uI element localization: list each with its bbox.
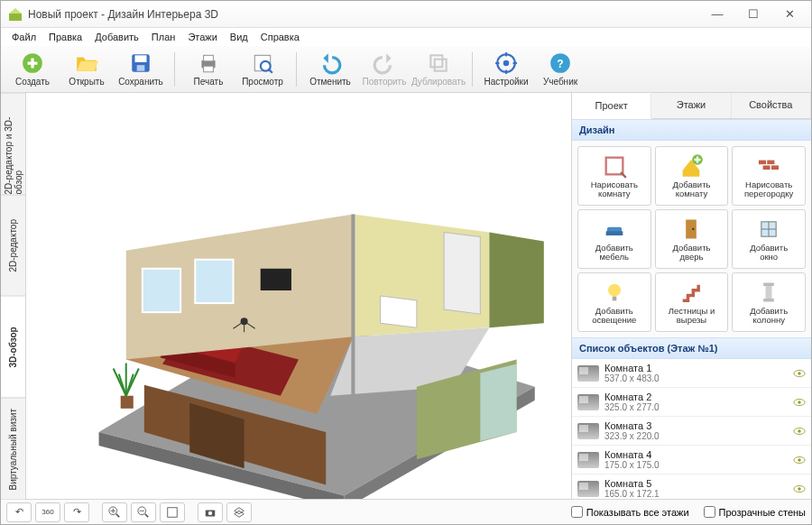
- menu-help[interactable]: Справка: [255, 30, 305, 44]
- draw-wall-button[interactable]: Нарисовать перегородку: [732, 146, 806, 206]
- maximize-button[interactable]: ☐: [735, 2, 771, 27]
- preview-button[interactable]: Просмотр: [236, 48, 289, 91]
- tab-floors[interactable]: Этажи: [651, 93, 731, 118]
- undo-button[interactable]: Отменить: [304, 48, 356, 91]
- stairs-icon: [678, 280, 704, 305]
- vtab-3d[interactable]: 3D-обзор: [1, 296, 25, 398]
- add-light-button[interactable]: Добавить освещение: [577, 272, 651, 332]
- open-button[interactable]: Открыть: [60, 48, 113, 91]
- statusbar: ↶ 360 ↷ Показывать все этажи Прозрачные …: [1, 499, 811, 524]
- close-button[interactable]: ✕: [771, 2, 807, 27]
- svg-marker-43: [489, 233, 543, 328]
- new-icon: [21, 51, 44, 75]
- svg-rect-53: [605, 157, 623, 174]
- menu-file[interactable]: Файл: [6, 30, 42, 44]
- print-button[interactable]: Печать: [182, 48, 235, 91]
- svg-rect-4: [135, 55, 147, 62]
- duplicate-button[interactable]: Дублировать: [412, 48, 465, 91]
- object-list[interactable]: Комната 1537.0 x 483.0 Комната 2325.0 x …: [572, 359, 811, 499]
- help-button[interactable]: ?Учебник: [534, 48, 586, 91]
- app-icon: [8, 7, 23, 22]
- camera-button[interactable]: [198, 502, 223, 522]
- list-item[interactable]: Комната 3323.9 x 220.0: [572, 417, 811, 446]
- furniture-icon: [602, 216, 627, 242]
- tab-properties[interactable]: Свойства: [732, 93, 811, 118]
- undo-icon: [318, 51, 342, 75]
- visibility-icon[interactable]: [793, 398, 806, 407]
- draw-room-icon: [602, 153, 627, 179]
- svg-rect-30: [143, 269, 180, 312]
- design-header: Дизайн: [572, 119, 811, 141]
- zoom-in-button[interactable]: [102, 502, 127, 522]
- save-button[interactable]: Сохранить: [115, 48, 167, 91]
- vtab-2d[interactable]: 2D-редактор: [1, 195, 25, 297]
- visibility-icon[interactable]: [793, 456, 806, 465]
- svg-rect-13: [435, 60, 447, 71]
- rotate-right-button[interactable]: ↷: [64, 502, 89, 522]
- redo-icon: [373, 51, 396, 75]
- menu-add[interactable]: Добавить: [89, 30, 144, 44]
- right-panel: Проект Этажи Свойства Дизайн Нарисовать …: [571, 93, 811, 499]
- svg-point-77: [798, 429, 801, 433]
- list-item[interactable]: Комната 4175.0 x 175.0: [572, 446, 811, 474]
- svg-rect-0: [9, 14, 22, 21]
- add-column-button[interactable]: Добавить колонну: [732, 272, 806, 332]
- draw-room-button[interactable]: Нарисовать комнату: [577, 146, 651, 206]
- menu-edit[interactable]: Правка: [43, 30, 88, 44]
- toolbar-separator: [296, 52, 297, 87]
- save-icon: [129, 51, 152, 75]
- duplicate-icon: [427, 51, 450, 75]
- 3d-viewport[interactable]: [26, 93, 571, 499]
- svg-rect-68: [612, 296, 616, 300]
- zoom-out-button[interactable]: [131, 502, 156, 522]
- show-all-floors-checkbox[interactable]: Показывать все этажи: [571, 506, 689, 518]
- svg-rect-58: [762, 164, 770, 170]
- add-room-button[interactable]: Добавить комнату: [655, 146, 729, 206]
- add-furniture-button[interactable]: Добавить мебель: [577, 209, 651, 269]
- room-icon: [577, 394, 599, 410]
- minimize-button[interactable]: —: [699, 2, 735, 27]
- add-window-button[interactable]: Добавить окно: [732, 209, 806, 269]
- 360-button[interactable]: 360: [35, 502, 60, 522]
- svg-point-79: [798, 458, 801, 462]
- vtab-2d-3d[interactable]: 2D-редактор и 3D-обзор: [1, 93, 25, 195]
- list-item[interactable]: Комната 2325.0 x 277.0: [572, 388, 811, 417]
- open-icon: [75, 51, 98, 75]
- settings-button[interactable]: Настройки: [480, 48, 532, 91]
- room-icon: [577, 481, 599, 497]
- redo-button[interactable]: Повторить: [358, 48, 411, 91]
- window-title: Новый проект - Дизайн Интерьера 3D: [28, 8, 699, 21]
- menu-plan[interactable]: План: [146, 30, 181, 44]
- toolbar: Создать Открыть Сохранить Печать Просмот…: [1, 46, 811, 93]
- svg-rect-8: [204, 66, 214, 72]
- svg-rect-33: [121, 396, 134, 409]
- visibility-icon[interactable]: [793, 369, 806, 378]
- list-item[interactable]: Комната 1537.0 x 483.0: [572, 359, 811, 388]
- svg-point-67: [608, 283, 621, 296]
- add-stairs-button[interactable]: Лестницы и вырезы: [655, 272, 729, 332]
- rotate-left-button[interactable]: ↶: [6, 502, 32, 522]
- svg-marker-45: [351, 214, 355, 395]
- add-door-button[interactable]: Добавить дверь: [655, 209, 729, 269]
- transparent-walls-checkbox[interactable]: Прозрачные стены: [704, 506, 806, 518]
- svg-line-85: [116, 513, 120, 517]
- list-item[interactable]: Комната 5165.0 x 172.1: [572, 474, 811, 499]
- visibility-icon[interactable]: [793, 427, 806, 436]
- svg-rect-71: [763, 299, 774, 302]
- view-mode-button[interactable]: [226, 502, 252, 522]
- new-button[interactable]: Создать: [6, 48, 59, 91]
- settings-icon: [494, 51, 518, 75]
- toolbar-separator: [174, 52, 175, 87]
- visibility-icon[interactable]: [793, 484, 806, 493]
- menu-floors[interactable]: Этажи: [182, 30, 222, 44]
- add-room-icon: [678, 153, 704, 179]
- light-icon: [602, 280, 627, 305]
- svg-rect-12: [430, 55, 442, 67]
- fit-button[interactable]: [160, 502, 185, 522]
- menu-view[interactable]: Вид: [225, 30, 254, 44]
- workarea: 2D-редактор и 3D-обзор 2D-редактор 3D-об…: [1, 93, 811, 499]
- tab-project[interactable]: Проект: [572, 94, 651, 119]
- vtab-virtual[interactable]: Виртуальный визит: [1, 398, 25, 500]
- svg-point-63: [693, 227, 695, 229]
- svg-text:?: ?: [557, 58, 563, 70]
